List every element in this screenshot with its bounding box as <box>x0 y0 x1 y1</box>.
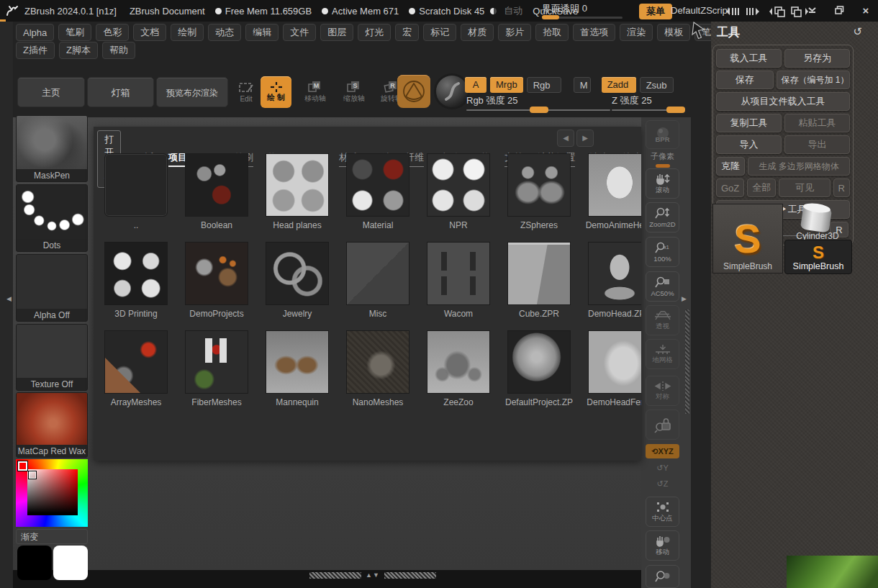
zoom3d-button[interactable] <box>646 565 679 588</box>
menu-item[interactable]: 笔刷 <box>58 24 91 41</box>
texture-off-thumbnail[interactable] <box>17 325 87 378</box>
alpha-off-thumbnail[interactable] <box>17 255 87 309</box>
project-thumbnail[interactable] <box>104 242 168 305</box>
antialiased-half-button[interactable]: AC50% <box>646 271 679 302</box>
project-thumbnail[interactable] <box>185 242 248 305</box>
default-zscript-button[interactable]: DefaultZScript <box>671 5 730 16</box>
goz-all-button[interactable]: 全部 <box>747 178 776 197</box>
menu-item[interactable]: 模板 <box>657 24 690 41</box>
menu-item[interactable]: 绘制 <box>171 24 204 41</box>
project-item[interactable]: .. <box>96 151 176 240</box>
goz-button[interactable]: GoZ <box>716 178 744 197</box>
floor-grid-button[interactable]: 地网格 <box>646 339 679 369</box>
left-tray-icon[interactable] <box>725 6 741 17</box>
project-item[interactable]: ArrayMeshes <box>96 328 176 417</box>
frame-center-button[interactable]: 中心点 <box>646 497 679 527</box>
menu-item[interactable]: Alpha <box>16 24 54 41</box>
copy-tool-button[interactable]: 复制工具 <box>716 114 782 132</box>
project-thumbnail[interactable] <box>507 153 571 217</box>
menu-item[interactable]: 编辑 <box>245 24 279 41</box>
current-brush-slot[interactable]: MaskPen <box>16 115 88 182</box>
project-item[interactable]: DemoAnimeHead <box>579 151 641 240</box>
menu-item[interactable]: Z插件 <box>16 42 55 59</box>
main-color-swatch[interactable] <box>17 546 52 580</box>
matcap-thumbnail[interactable] <box>17 393 87 445</box>
next-layout-icon[interactable] <box>790 6 809 17</box>
right-tray-icon[interactable] <box>744 6 760 17</box>
menu-item[interactable]: 影片 <box>498 24 531 41</box>
mode-zadd-button[interactable]: Zadd <box>602 77 636 93</box>
menu-item[interactable]: 材质 <box>461 24 494 41</box>
project-thumbnail[interactable] <box>346 242 409 305</box>
right-tray-collapse-arrow[interactable]: ▶ <box>682 295 687 302</box>
save-as-button[interactable]: 另存为 <box>784 49 850 68</box>
secondary-color-swatch[interactable] <box>53 546 88 580</box>
mode-m-button[interactable]: M <box>574 77 591 93</box>
move-canvas-button[interactable]: 移动 <box>646 530 679 561</box>
current-alpha-slot[interactable]: Alpha Off <box>16 254 88 322</box>
project-thumbnail[interactable] <box>427 242 490 305</box>
subpixel-handle[interactable] <box>656 164 670 168</box>
recent-tool-thumbnail[interactable]: S SimpleBrush <box>784 240 852 274</box>
symmetry-button[interactable]: 对称 <box>646 376 679 406</box>
mode-rgb-button[interactable]: Rgb <box>527 77 561 93</box>
menu-button[interactable]: 菜单 <box>639 4 672 19</box>
hue-selector[interactable] <box>18 461 27 471</box>
zoom2d-button[interactable]: Zoom2D <box>646 202 679 232</box>
resize-pattern[interactable] <box>309 572 361 579</box>
gradient-button[interactable]: 渐变 <box>16 529 88 544</box>
dots-stroke-thumbnail[interactable] <box>17 185 87 239</box>
shelf-scrollbar[interactable] <box>685 309 689 414</box>
menu-item[interactable]: 文件 <box>283 24 316 41</box>
resize-arrows-icon[interactable]: ▲▼ <box>366 571 380 579</box>
menu-item[interactable]: 宏 <box>395 24 419 41</box>
transparency-track[interactable] <box>542 17 623 19</box>
project-thumbnail[interactable] <box>346 153 409 217</box>
actual-size-button[interactable]: x1 100% <box>646 237 679 267</box>
project-item[interactable]: Jewelry <box>257 240 338 328</box>
lightbox-resize-handle[interactable]: ▲▼ <box>309 571 436 579</box>
project-item[interactable]: NPR <box>418 151 499 240</box>
paste-tool-button[interactable]: 粘贴工具 <box>784 114 850 132</box>
export-button[interactable]: 导出 <box>784 135 850 154</box>
perspective-button[interactable]: 透视 <box>646 305 679 335</box>
project-item[interactable]: Cube.ZPR <box>499 240 579 328</box>
move-axis-button[interactable]: M 移动轴 <box>299 76 331 108</box>
current-stroke-button[interactable] <box>397 75 430 108</box>
project-item[interactable]: FiberMeshes <box>176 328 257 417</box>
project-item[interactable]: Mannequin <box>257 328 338 417</box>
project-thumbnail[interactable] <box>104 153 168 217</box>
cylinder3d-tool[interactable]: Cylinder3D <box>784 204 851 238</box>
goz-visible-button[interactable]: 可见 <box>779 178 830 197</box>
maskpen-thumbnail[interactable] <box>17 116 87 169</box>
menu-item[interactable]: 色彩 <box>96 24 129 41</box>
lock-camera-button[interactable] <box>646 410 679 440</box>
menu-item[interactable]: 拾取 <box>535 24 569 41</box>
project-item[interactable]: DefaultProject.ZP <box>499 328 579 417</box>
resize-pattern[interactable] <box>384 572 436 579</box>
make-polymesh-button[interactable]: 生成 多边形网格物体 <box>748 157 850 176</box>
refresh-icon[interactable]: ↺ <box>853 25 862 38</box>
project-item[interactable]: ZSpheres <box>499 151 579 240</box>
close-button[interactable]: × <box>856 4 875 17</box>
subpixel-slider[interactable]: 子像素 <box>646 151 679 168</box>
menu-item[interactable]: 首选项 <box>573 24 615 41</box>
project-thumbnail[interactable] <box>507 330 571 394</box>
current-material-slot[interactable]: MatCap Red Wax <box>16 392 88 458</box>
project-thumbnail[interactable] <box>185 153 248 217</box>
menu-item[interactable]: 动态 <box>208 24 241 41</box>
project-thumbnail[interactable] <box>346 330 409 394</box>
load-from-project-button[interactable]: 从项目文件载入工具 <box>716 92 850 111</box>
color-picker[interactable] <box>16 459 88 527</box>
project-item[interactable]: Material <box>338 151 418 240</box>
menu-item[interactable]: Z脚本 <box>59 42 98 59</box>
project-thumbnail[interactable] <box>507 242 571 305</box>
scale-axis-button[interactable]: S 缩放轴 <box>338 76 370 108</box>
project-item[interactable]: Head planes <box>257 151 338 240</box>
project-thumbnail[interactable] <box>588 330 641 394</box>
preview-boolean-button[interactable]: 预览布尔渲染 <box>156 77 228 107</box>
menu-item[interactable]: 灯光 <box>358 24 391 41</box>
save-button[interactable]: 保存 <box>716 71 774 89</box>
mode-a-button[interactable]: A <box>465 77 486 93</box>
project-thumbnail[interactable] <box>266 330 329 394</box>
